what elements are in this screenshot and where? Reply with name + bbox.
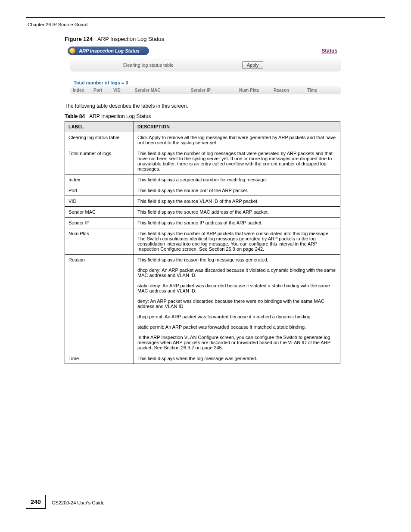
- table-number: Table 84: [65, 113, 85, 119]
- total-logs-label: Total number of logs = 0: [74, 80, 343, 85]
- row-label: VID: [65, 196, 134, 207]
- page-number: 240: [26, 495, 46, 509]
- row-label: Num Pkts: [65, 228, 134, 255]
- row-desc: This field displays the source VLAN ID o…: [134, 196, 340, 207]
- table-row: Clearing log status tableClick Apply to …: [65, 132, 340, 148]
- intro-text: The following table describes the labels…: [65, 103, 385, 109]
- column-header-row: Index Port VID Sender MAC Sender IP Num …: [70, 86, 341, 94]
- table-row: Sender IPThis field displays the source …: [65, 218, 340, 228]
- col-sender-ip: Sender IP: [191, 88, 239, 93]
- row-desc: This field displays a sequential number …: [134, 174, 340, 185]
- status-link[interactable]: Status: [321, 48, 337, 54]
- row-label: Index: [65, 174, 134, 185]
- figure-title: ARP Inspection Log Status: [97, 36, 164, 42]
- row-desc: This field displays the source MAC addre…: [134, 207, 340, 218]
- description-table: LABEL DESCRIPTION Clearing log status ta…: [65, 121, 340, 364]
- screenshot-header: ARP Inspection Log Status Status: [68, 46, 343, 56]
- figure-caption: Figure 124 ARP Inspection Log Status: [65, 36, 385, 42]
- col-index: Index: [73, 88, 93, 93]
- table-row: Sender MACThis field displays the source…: [65, 207, 340, 218]
- page-root: Chapter 26 IP Source Guard Figure 124 AR…: [0, 0, 411, 532]
- table-header-row: LABEL DESCRIPTION: [65, 121, 340, 132]
- col-vid: VID: [113, 88, 135, 93]
- panel-title-text: ARP Inspection Log Status: [79, 48, 140, 53]
- orb-icon: [69, 48, 75, 54]
- row-desc: This field displays the number of ARP pa…: [134, 228, 340, 255]
- row-label: Total number of logs: [65, 148, 134, 174]
- row-label: Clearing log status table: [65, 132, 134, 148]
- footer-guide: GS2200-24 User's Guide: [52, 500, 105, 505]
- chapter-left: Chapter 26 IP Source Guard: [28, 22, 87, 27]
- th-label: LABEL: [65, 121, 134, 132]
- row-desc: This field displays the number of log me…: [134, 148, 340, 174]
- table-row: Num PktsThis field displays the number o…: [65, 228, 340, 255]
- row-desc: This field displays when the log message…: [134, 353, 340, 364]
- row-label: Sender MAC: [65, 207, 134, 218]
- row-label: Port: [65, 185, 134, 196]
- th-desc: DESCRIPTION: [134, 121, 340, 132]
- table-row: IndexThis field displays a sequential nu…: [65, 174, 340, 185]
- footer-rule: [26, 499, 385, 499]
- table-title: ARP Inspection Log Status: [89, 113, 151, 119]
- row-label: Time: [65, 353, 134, 364]
- table-row: PortThis field displays the source port …: [65, 185, 340, 196]
- col-num-pkts: Num Pkts: [239, 88, 274, 93]
- col-sender-mac: Sender MAC: [135, 88, 191, 93]
- col-port: Port: [93, 88, 113, 93]
- row-label: Sender IP: [65, 218, 134, 228]
- screenshot-panel: ARP Inspection Log Status Status Clearin…: [68, 46, 343, 94]
- top-rule: [26, 17, 385, 18]
- apply-button[interactable]: Apply: [242, 61, 264, 69]
- col-time: Time: [307, 88, 338, 93]
- table-row: Total number of logsThis field displays …: [65, 148, 340, 174]
- panel-title-pill: ARP Inspection Log Status: [68, 47, 149, 55]
- row-label: Reason: [65, 255, 134, 353]
- col-reason: Reason: [274, 88, 307, 93]
- clearing-bar: Clearing log status table Apply: [70, 59, 341, 72]
- row-desc: This field displays the source IP addres…: [134, 218, 340, 228]
- table-row: TimeThis field displays when the log mes…: [65, 353, 340, 364]
- row-desc: This field displays the source port of t…: [134, 185, 340, 196]
- figure-number: Figure 124: [65, 36, 93, 42]
- row-desc: This field displays the reason the log m…: [134, 255, 340, 353]
- table-caption: Table 84 ARP Inspection Log Status: [65, 113, 385, 119]
- clearing-label: Clearing log status table: [78, 62, 218, 68]
- table-row: VIDThis field displays the source VLAN I…: [65, 196, 340, 207]
- chapter-header: Chapter 26 IP Source Guard: [26, 22, 385, 27]
- row-desc: Click Apply to remove all the log messag…: [134, 132, 340, 148]
- table-row: ReasonThis field displays the reason the…: [65, 255, 340, 353]
